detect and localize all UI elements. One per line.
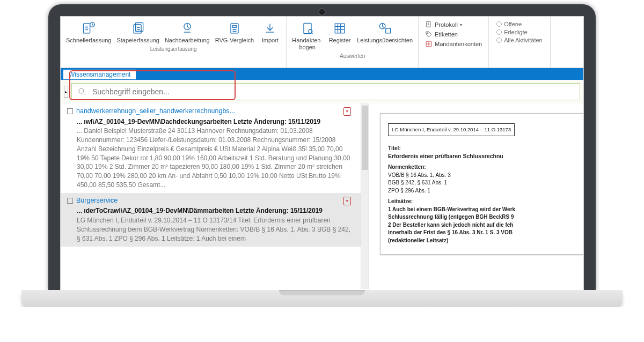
tab-bar: Wissensmanagement [61,68,583,80]
result-path: ... ıderToCrawl\AZ_00104_19-DevMN\Dämmar… [77,206,351,215]
ribbon: Schnellerfassung Stapelerfassung Nachbea… [61,17,583,68]
label: Offene [504,21,522,27]
label: Mandantenkonten [435,41,482,47]
search-box[interactable] [71,83,580,100]
laptop-base [21,290,623,307]
dropdown-chevron-icon: ▾ [460,23,462,27]
preview-norm: ZPO § 296 Abs. 1 [388,187,583,195]
postprocess-icon [180,21,195,36]
result-snippet: ... Daniel Beispiel Musterstraße 24 3011… [77,127,351,190]
account-icon [425,40,433,48]
tab-wissensmanagement[interactable]: Wissensmanagement [63,69,136,79]
label: Etiketten [435,31,458,38]
label: Schnellerfassung [66,37,111,44]
camera-dot [319,9,325,14]
label: Register [329,37,351,44]
expander-handle[interactable]: ▸ [64,86,68,98]
preview-titel: Erfordernis einer prüfbaren Schlussrechn… [388,152,583,160]
filter-alle[interactable]: Alle Aktivitäten [496,37,543,43]
preview-leitsatz: Schlussrechnung fällig (entgegen BGH Bec… [388,213,583,221]
label: Nachbearbeitung [165,37,210,44]
preview-leitsatz: (redaktioneller Leitsatz) [388,237,583,245]
svg-rect-6 [232,26,236,28]
result-item[interactable]: handwerkerrehnugn_seiler_handwerkerrechn… [61,103,361,193]
results-list: handwerkerrehnugn_seiler_handwerkerrechn… [61,103,369,289]
label: Leistungsübersichten [357,37,413,44]
ribbon-register[interactable]: Register [326,19,354,44]
group-title: Leistungserfassung [150,46,197,52]
filter-erledigte[interactable]: Erledigte [496,29,543,35]
stack-icon [130,21,145,36]
import-icon [262,21,277,36]
result-path: ... ıwl\AZ_00104_19-DevMN\Dachdeckungsar… [77,117,351,127]
ribbon-group-leistungserfassung: Schnellerfassung Stapelerfassung Nachbea… [61,17,287,68]
tag-icon [425,31,433,38]
results-scrollbar[interactable] [361,103,369,289]
ribbon-nachbearbeitung[interactable]: Nachbearbeitung [163,19,212,44]
preview-pane: LG München I, Endurteil v. 29.10.2014 – … [369,103,583,289]
pdf-icon: ▾ [343,107,351,116]
result-checkbox[interactable] [67,198,73,204]
handakten-icon [300,21,315,36]
preview-norm: VOB/B § 16 Abs. 1, Abs. 3 [388,172,583,180]
svg-rect-7 [304,23,311,33]
label: Stapelerfassung [116,37,159,44]
compare-icon [227,21,242,36]
svg-rect-3 [136,23,143,32]
preview-document: LG München I, Endurteil v. 29.10.2014 – … [380,113,583,255]
scrollbar-thumb[interactable] [362,106,368,170]
label: Alle Aktivitäten [504,37,543,43]
label: Erledigte [504,29,527,35]
ribbon-stapelerfassung[interactable]: Stapelerfassung [114,19,162,44]
label: Handakten- bogen [292,37,323,51]
search-area: ▸ [61,80,583,103]
result-item[interactable]: Bürgerservice ▾ ... ıderToCrawl\AZ_00104… [61,193,361,247]
group-title: Auswerten [340,53,365,59]
register-icon [332,21,347,36]
pdf-icon: ▾ [343,197,351,205]
preview-court: LG München I, Endurteil v. 29.10.2014 – … [388,123,515,136]
preview-normen-label: Normenketten: [388,163,583,172]
ribbon-mandantenkonten[interactable]: Mandantenkonten [425,40,482,48]
ribbon-import[interactable]: Import [257,19,283,44]
label: Protokoll [435,21,458,28]
svg-rect-11 [386,28,391,33]
svg-point-15 [79,88,84,93]
result-title[interactable]: handwerkerrehnugn_seiler_handwerkerrechn… [76,107,235,116]
result-checkbox[interactable] [67,108,73,114]
preview-norm: BGB § 242, § 631 Abs. 1 [388,179,583,187]
app-window: Schnellerfassung Stapelerfassung Nachbea… [60,16,584,291]
ribbon-protokoll[interactable]: Protokoll ▾ [425,21,482,28]
ribbon-group-filters: Offene Erledigte Alle Aktivitäten [489,17,551,68]
preview-leitsaetze-label: Leitsätze: [388,198,583,206]
preview-leitsatz: innerhalb der Frist des § 16 Abs. 3 Nr. … [388,229,583,237]
svg-rect-9 [335,24,345,33]
search-input[interactable] [92,87,574,96]
preview-leitsatz: 1 Auch bei einem BGB-Werkvertrag wird de… [388,206,583,214]
svg-point-13 [427,33,428,34]
result-snippet: LG München I, Endurteil v. 29.10.2014 – … [77,216,351,243]
filter-offene[interactable]: Offene [496,21,543,27]
overview-icon [377,21,392,36]
ribbon-group-tools: Protokoll ▾ Etiketten Mandantenkonten [419,17,489,68]
quick-capture-icon [81,21,96,36]
preview-leitsatz: 2 Der Besteller kann sich jedoch nicht a… [388,221,583,229]
doc-icon [425,21,433,28]
label: Import [262,37,279,44]
label: RVG-Vergleich [215,37,254,44]
svg-rect-5 [231,24,238,33]
ribbon-handaktenbogen[interactable]: Handakten- bogen [290,19,325,51]
ribbon-group-auswerten: Handakten- bogen Register Leistungsübers… [287,17,419,68]
laptop-frame: Schnellerfassung Stapelerfassung Nachbea… [48,4,596,291]
ribbon-etiketten[interactable]: Etiketten [425,31,482,38]
body: handwerkerrehnugn_seiler_handwerkerrechn… [61,103,583,289]
preview-titel-label: Titel: [388,145,583,153]
svg-rect-2 [134,25,141,33]
result-title[interactable]: Bürgerservice [76,196,118,206]
ribbon-rvg-vergleich[interactable]: RVG-Vergleich [213,19,257,44]
ribbon-schnellerfassung[interactable]: Schnellerfassung [64,19,113,44]
search-icon [77,87,87,96]
ribbon-leistungsuebersichten[interactable]: Leistungsübersichten [355,19,415,44]
svg-rect-0 [84,24,90,33]
